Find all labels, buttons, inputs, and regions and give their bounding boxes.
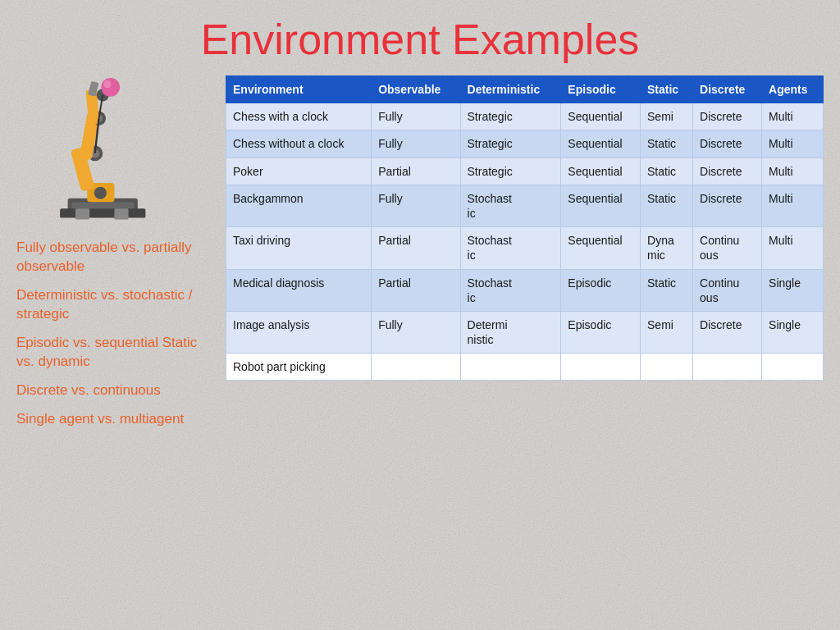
table-cell: Fully xyxy=(372,185,460,226)
table-cell: Fully xyxy=(372,103,460,130)
table-cell: Multi xyxy=(762,227,824,269)
table-cell: Partial xyxy=(372,158,460,185)
svg-rect-19 xyxy=(114,208,128,219)
col-header-episodic: Episodic xyxy=(561,76,641,103)
table-cell xyxy=(762,354,824,381)
table-cell: Continuous xyxy=(693,269,762,311)
page-content: Environment Examples xyxy=(0,0,840,630)
table-cell: Multi xyxy=(762,185,824,226)
table-cell: Discrete xyxy=(693,158,762,185)
table-cell: Fully xyxy=(372,130,460,158)
table-cell: Single xyxy=(762,269,824,311)
table-row: BackgammonFullyStochasticSequentialStati… xyxy=(226,185,824,226)
table-cell xyxy=(561,354,641,381)
svg-rect-17 xyxy=(71,202,134,208)
col-header-static: Static xyxy=(641,76,693,103)
col-header-observable: Obser­vable xyxy=(372,76,460,103)
table-cell: Semi xyxy=(641,311,693,353)
table-cell: Strategic xyxy=(460,103,561,130)
table-cell: Sequential xyxy=(561,227,641,269)
table-cell: Sequential xyxy=(561,130,641,158)
table-cell: Discrete xyxy=(693,311,762,353)
robot-arm-icon xyxy=(19,78,179,226)
table-cell: Multi xyxy=(762,158,824,185)
bullet-2: Deterministic vs. stochastic / strategic xyxy=(16,286,209,324)
bullet-3: Episodic vs. sequential Static vs. dynam… xyxy=(16,334,209,372)
table-cell: Discrete xyxy=(693,130,762,158)
svg-point-14 xyxy=(103,80,111,87)
table-cell: Episodic xyxy=(561,311,641,353)
robot-image xyxy=(16,75,180,227)
table-cell: Semi xyxy=(641,103,693,130)
table-row: Image analysisFullyDeterministicEpisodic… xyxy=(226,311,824,353)
right-column: Environment Obser­vable Determi­nistic E… xyxy=(226,75,824,432)
table-row: Robot part picking xyxy=(226,354,824,381)
table-cell: Taxi driving xyxy=(226,227,372,269)
col-header-discrete: Discrete xyxy=(693,76,762,103)
table-cell xyxy=(372,354,460,381)
svg-rect-18 xyxy=(75,208,89,219)
table-row: Medical diagnosisPartialStochasticEpisod… xyxy=(226,269,824,311)
table-cell: Single xyxy=(762,311,824,353)
table-cell: Discrete xyxy=(693,103,762,130)
table-cell: Deterministic xyxy=(460,311,561,353)
table-cell: Continuous xyxy=(693,227,762,269)
table-cell: Fully xyxy=(372,311,460,353)
table-cell: Chess without a clock xyxy=(226,130,372,158)
table-cell: Dynamic xyxy=(641,227,693,269)
bullet-1: Fully observable vs. partially observabl… xyxy=(16,239,209,276)
table-cell xyxy=(641,354,693,381)
table-cell: Partial xyxy=(372,227,460,269)
table-cell: Episodic xyxy=(561,269,641,311)
table-cell: Sequential xyxy=(561,103,641,130)
table-cell xyxy=(693,354,762,381)
table-cell: Backgammon xyxy=(226,185,372,226)
table-cell: Stochastic xyxy=(460,227,561,269)
environments-table: Environment Obser­vable Determi­nistic E… xyxy=(226,75,824,381)
svg-point-3 xyxy=(94,186,106,199)
col-header-agents: Agents xyxy=(762,76,824,103)
table-cell: Static xyxy=(641,185,693,226)
table-cell: Static xyxy=(641,158,693,185)
table-row: Chess without a clockFullyStrategicSeque… xyxy=(226,130,824,158)
bullet-4: Discrete vs. continuous xyxy=(16,381,209,400)
bullet-5: Single agent vs. multiagent xyxy=(16,410,209,429)
col-header-deterministic: Determi­nistic xyxy=(460,76,561,103)
table-cell: Multi xyxy=(762,103,824,130)
table-cell: Strategic xyxy=(460,158,561,185)
table-cell: Robot part picking xyxy=(226,354,372,381)
table-cell: Stochastic xyxy=(460,269,561,311)
table-row: PokerPartialStrategicSequentialStaticDis… xyxy=(226,158,824,185)
main-area: Fully observable vs. partially observabl… xyxy=(0,75,840,432)
col-header-environment: Environment xyxy=(226,76,372,103)
page-title: Environment Examples xyxy=(0,0,840,75)
svg-point-13 xyxy=(101,78,120,97)
table-cell: Strategic xyxy=(460,130,561,158)
table-cell: Partial xyxy=(372,269,460,311)
table-row: Taxi drivingPartialStochasticSequentialD… xyxy=(226,227,824,269)
table-cell: Medical diagnosis xyxy=(226,269,372,311)
table-cell: Static xyxy=(641,269,693,311)
left-column: Fully observable vs. partially observabl… xyxy=(16,75,209,432)
svg-rect-1 xyxy=(60,208,145,217)
table-cell: Sequential xyxy=(561,158,641,185)
table-cell xyxy=(460,354,561,381)
table-cell: Static xyxy=(641,130,693,158)
table-row: Chess with a clockFullyStrategicSequenti… xyxy=(226,103,824,130)
table-cell: Sequential xyxy=(561,185,641,226)
table-cell: Chess with a clock xyxy=(226,103,372,130)
table-cell: Poker xyxy=(226,158,372,185)
table-cell: Image analysis xyxy=(226,311,372,353)
table-cell: Discrete xyxy=(693,185,762,226)
table-cell: Multi xyxy=(762,130,824,158)
table-cell: Stochastic xyxy=(460,185,561,226)
